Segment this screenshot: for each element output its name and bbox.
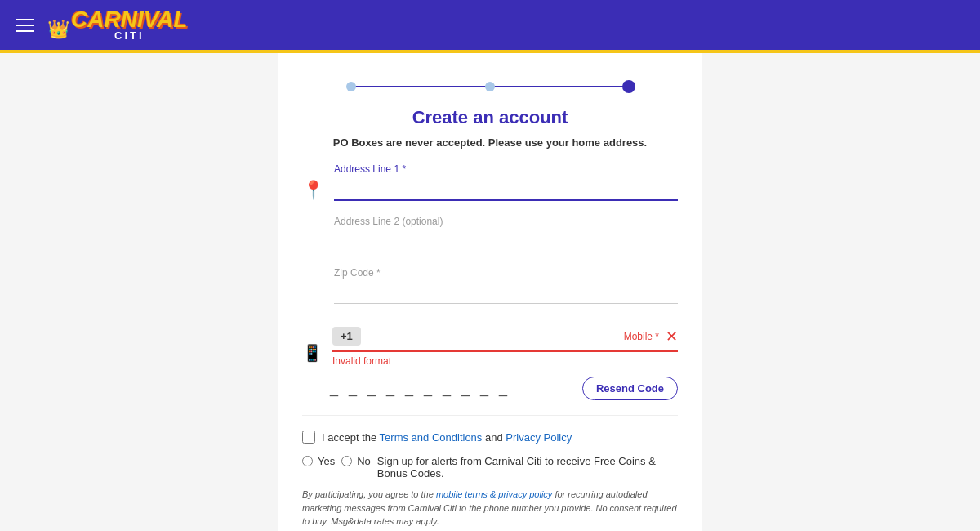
- otp-dashes: _ _ _ _ _ _ _ _ _ _: [330, 380, 510, 397]
- privacy-link[interactable]: Privacy Policy: [506, 431, 572, 444]
- logo: 👑 CARNIVAL CITI: [47, 8, 188, 42]
- fine-print: By participating, you agree to the mobil…: [302, 488, 678, 529]
- address-line2-input[interactable]: [334, 229, 678, 252]
- yes-label: Yes: [318, 455, 335, 467]
- mobile-label: Mobile *: [624, 331, 659, 342]
- progress-step-3: [622, 80, 635, 93]
- phone-fields: +1 Mobile * ✕ Invalid format: [332, 327, 678, 367]
- phone-input-row: +1 Mobile * ✕: [332, 327, 678, 352]
- yes-option[interactable]: Yes: [302, 455, 335, 467]
- header: 👑 CARNIVAL CITI: [0, 0, 980, 53]
- otp-row: _ _ _ _ _ _ _ _ _ _ Resend Code: [330, 377, 678, 400]
- phone-icon: 📱: [302, 343, 323, 363]
- zip-group: Zip Code *: [334, 267, 678, 304]
- no-option[interactable]: No: [341, 455, 371, 467]
- address-line1-input[interactable]: [334, 176, 678, 201]
- po-notice: PO Boxes are never accepted. Please use …: [302, 136, 678, 149]
- clear-mobile-icon[interactable]: ✕: [666, 328, 678, 346]
- address-line2-label: Address Line 2 (optional): [334, 216, 678, 227]
- logo-main-text: CARNIVAL: [71, 8, 188, 31]
- zip-label: Zip Code *: [334, 267, 678, 279]
- address-row: 📍 Address Line 1 * Address Line 2 (optio…: [302, 163, 678, 319]
- zip-input[interactable]: [334, 280, 678, 304]
- yes-radio[interactable]: [302, 456, 313, 466]
- phone-row: 📱 +1 Mobile * ✕ Invalid format: [302, 327, 678, 367]
- signup-description: Sign up for alerts from Carnival Citi to…: [377, 455, 678, 480]
- no-label: No: [357, 455, 371, 467]
- mobile-input[interactable]: [368, 330, 617, 343]
- location-icon: 📍: [302, 180, 324, 201]
- terms-checkbox[interactable]: [302, 431, 315, 444]
- progress-step-1: [346, 82, 356, 91]
- progress-step-2: [485, 82, 495, 91]
- address-line2-group: Address Line 2 (optional): [334, 216, 678, 252]
- page-title: Create an account: [302, 107, 678, 128]
- main-content: Create an account PO Boxes are never acc…: [278, 53, 702, 531]
- address-line1-group: Address Line 1 *: [334, 163, 678, 201]
- terms-row: I accept the Terms and Conditions and Pr…: [302, 431, 678, 444]
- progress-bar: [302, 86, 678, 87]
- divider: [302, 415, 678, 416]
- otp-segment: _ _ _ _ _ _ _ _ _ _: [330, 380, 510, 397]
- terms-text: I accept the Terms and Conditions and Pr…: [322, 431, 572, 444]
- signup-alerts-row: Yes No Sign up for alerts from Carnival …: [302, 455, 678, 480]
- address-fields: Address Line 1 * Address Line 2 (optiona…: [334, 163, 678, 319]
- country-code-button[interactable]: +1: [332, 327, 361, 346]
- no-radio[interactable]: [341, 456, 352, 466]
- terms-link[interactable]: Terms and Conditions: [380, 431, 483, 444]
- menu-button[interactable]: [16, 19, 34, 32]
- mobile-error: Invalid format: [332, 355, 678, 367]
- resend-code-button[interactable]: Resend Code: [582, 377, 678, 400]
- address-line1-label: Address Line 1 *: [334, 163, 678, 175]
- mobile-terms-link[interactable]: mobile terms & privacy policy: [436, 489, 552, 499]
